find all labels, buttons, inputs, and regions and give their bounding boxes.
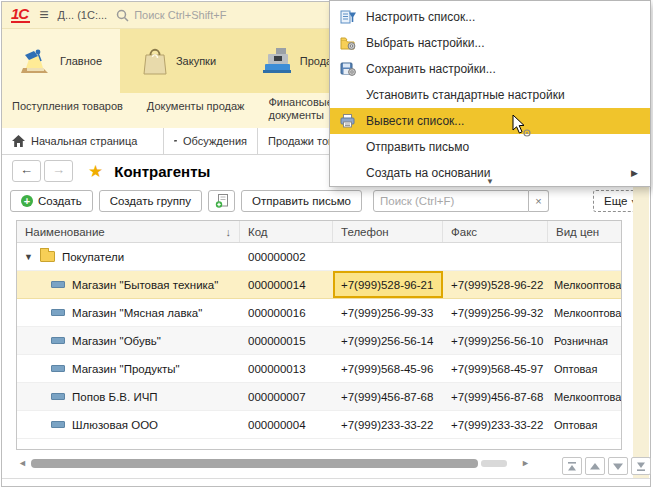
- table-row[interactable]: Магазин "Обувь" 000000015 +7(999)256-56-…: [17, 327, 621, 355]
- table-group-row[interactable]: ▼ Покупатели 000000002: [17, 243, 621, 271]
- column-header-name[interactable]: Наименование ↓: [17, 221, 240, 242]
- cell-phone: [333, 243, 443, 270]
- cell-name: Магазин "Мясная лавка": [72, 307, 202, 319]
- column-header-fax[interactable]: Факс: [443, 221, 548, 242]
- table-header-row: Наименование ↓ Код Телефон Факс Вид цен: [17, 221, 621, 243]
- menu-item-output-list[interactable]: Вывести список...: [330, 108, 650, 134]
- section-tab-label: Прода: [300, 55, 332, 67]
- back-button[interactable]: ←: [12, 160, 41, 182]
- list-search-input[interactable]: [373, 190, 529, 212]
- cash-register-icon: [262, 48, 292, 75]
- send-letter-label: Отправить письмо: [252, 195, 351, 207]
- section-tab-purchases[interactable]: Закупки: [120, 29, 238, 93]
- go-first-icon: [567, 462, 577, 471]
- go-last-icon: [636, 462, 646, 471]
- section-tab-label: Закупки: [176, 55, 216, 67]
- go-first-button[interactable]: [562, 457, 582, 475]
- tab-discussions[interactable]: Обсуждения: [164, 128, 258, 154]
- go-next-button[interactable]: [608, 457, 628, 475]
- create-button-label: Создать: [38, 195, 82, 207]
- scrollbar-thumb[interactable]: [31, 459, 478, 468]
- element-icon: [51, 309, 65, 316]
- table-row[interactable]: Шлюзовая ООО 000000004 +7(999)233-33-22 …: [17, 411, 621, 439]
- counterparties-table: Наименование ↓ Код Телефон Факс Вид цен …: [16, 220, 622, 450]
- cell-phone: +7(999)456-87-68: [333, 383, 443, 410]
- sort-desc-icon: ↓: [226, 226, 232, 238]
- cell-fax: +7(999)456-87-68: [443, 383, 548, 410]
- menu-item-label: Вывести список...: [366, 114, 464, 128]
- home-icon: [12, 135, 25, 147]
- element-icon: [51, 393, 65, 400]
- command-goods-receipts[interactable]: Поступления товаров: [12, 96, 123, 128]
- create-by-copy-button[interactable]: [208, 190, 235, 212]
- create-group-button[interactable]: Создать группу: [99, 190, 202, 212]
- menu-item-send-letter[interactable]: Отправить письмо: [330, 134, 650, 160]
- main-menu-icon[interactable]: ≡: [39, 7, 48, 23]
- element-icon: [51, 365, 65, 372]
- cell-phone: +7(999)256-99-33: [333, 299, 443, 326]
- send-letter-button[interactable]: Отправить письмо: [241, 190, 362, 212]
- empty-icon-slot: [339, 88, 356, 103]
- nav-row: ← → ★ Контрагенты: [12, 160, 210, 182]
- global-search-placeholder: Поиск Ctrl+Shift+F: [134, 9, 226, 21]
- column-header-label: Код: [248, 226, 268, 238]
- clear-search-button[interactable]: ×: [529, 190, 549, 212]
- form-margin-strip: [633, 154, 649, 478]
- chat-icon: [174, 135, 177, 147]
- submenu-arrow-icon: ▶: [631, 168, 640, 178]
- expander-open-icon[interactable]: ▼: [24, 252, 33, 262]
- app-screen: 1С ≡ Д... (1С:... Поиск Ctrl+Shift+F Гла…: [0, 0, 653, 494]
- tab-label: Начальная страница: [31, 135, 137, 147]
- scroll-left-icon[interactable]: ◄: [18, 459, 27, 468]
- menu-item-standard-settings[interactable]: Установить стандартные настройки: [330, 82, 650, 108]
- menu-item-label: Выбрать настройки...: [366, 36, 484, 50]
- plus-icon: +: [21, 195, 33, 207]
- table-row[interactable]: Магазин "Мясная лавка" 000000016 +7(999)…: [17, 299, 621, 327]
- menu-item-save-settings[interactable]: Сохранить настройки...: [330, 56, 650, 82]
- list-toolbar: + Создать Создать группу Отправить письм…: [10, 190, 653, 212]
- favorite-star-icon[interactable]: ★: [88, 161, 103, 182]
- cell-code: 000000016: [240, 299, 333, 326]
- horizontal-scrollbar[interactable]: ◄ ►: [18, 458, 530, 469]
- create-button[interactable]: + Создать: [10, 190, 93, 212]
- cell-code: 000000013: [240, 355, 333, 382]
- cell-price-kind: Розничная: [548, 327, 621, 354]
- table-row[interactable]: Попов Б.В. ИЧП 000000007 +7(999)456-87-6…: [17, 383, 621, 411]
- table-row[interactable]: Магазин "Продукты" 000000013 +7(999)568-…: [17, 355, 621, 383]
- menu-item-label: Сохранить настройки...: [366, 62, 496, 76]
- menu-item-configure-list[interactable]: Настроить список...: [330, 4, 650, 30]
- forward-button[interactable]: →: [44, 160, 73, 182]
- cell-name: Шлюзовая ООО: [72, 419, 158, 431]
- tab-home-page[interactable]: Начальная страница: [2, 128, 164, 154]
- more-button-label: Еще: [604, 195, 627, 207]
- section-tab-main[interactable]: Главное: [2, 29, 120, 93]
- cell-fax: +7(999)256-99-32: [443, 299, 548, 326]
- desk-lamp-icon: [20, 47, 52, 75]
- scroll-right-icon[interactable]: ►: [521, 459, 530, 468]
- scrollbar-track[interactable]: [31, 459, 517, 468]
- global-search[interactable]: Поиск Ctrl+Shift+F: [116, 9, 226, 22]
- go-last-button[interactable]: [631, 457, 651, 475]
- 1c-logo-icon: 1С: [11, 7, 30, 23]
- column-header-code[interactable]: Код: [240, 221, 333, 242]
- list-navigation-buttons: [562, 457, 651, 475]
- menu-scroll-more-icon[interactable]: ▼: [330, 178, 650, 186]
- section-tab-label: Главное: [60, 55, 102, 67]
- form-bottom-separator: [2, 478, 650, 479]
- command-sales-documents[interactable]: Документы продаж: [147, 96, 245, 128]
- cell-phone: +7(999)233-33-22: [333, 411, 443, 438]
- go-previous-button[interactable]: [585, 457, 605, 475]
- print-list-icon: [339, 114, 356, 129]
- column-header-phone[interactable]: Телефон: [333, 221, 443, 242]
- mouse-cursor: [512, 115, 538, 141]
- cell-code: 000000015: [240, 327, 333, 354]
- menu-item-choose-settings[interactable]: Выбрать настройки...: [330, 30, 650, 56]
- menu-item-label: Отправить письмо: [366, 140, 469, 154]
- page-title: Контрагенты: [114, 163, 210, 180]
- cell-phone-selected[interactable]: +7(999)528-96-21: [333, 271, 443, 298]
- column-header-price-kind[interactable]: Вид цен: [548, 221, 621, 242]
- table-row[interactable]: Магазин "Бытовая техника" 000000014 +7(9…: [17, 271, 621, 299]
- cell-fax: +7(999)256-56-10: [443, 327, 548, 354]
- cell-fax: +7(999)568-45-97: [443, 355, 548, 382]
- cell-phone-value: +7(999)528-96-21: [341, 279, 433, 291]
